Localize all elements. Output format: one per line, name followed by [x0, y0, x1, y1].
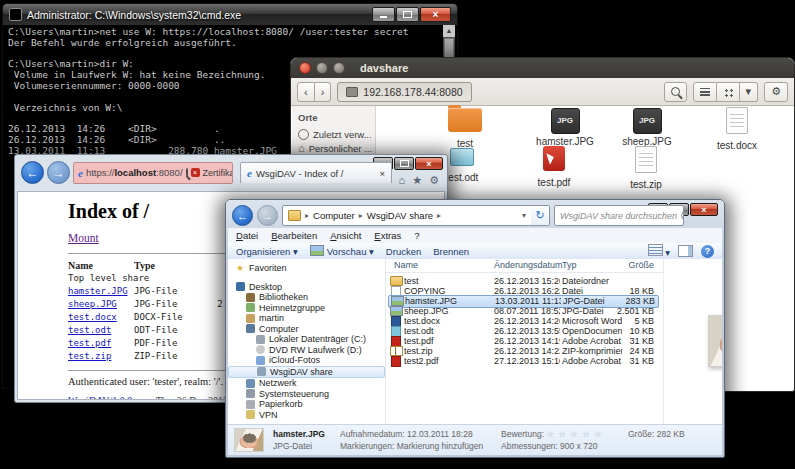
column-headers: Name Änderungsdatum Typ Größe — [386, 259, 663, 273]
nautilus-titlebar[interactable]: davshare — [291, 58, 794, 78]
tab-close-icon[interactable]: × — [379, 168, 385, 179]
sidebar-item-wsgidav-share[interactable]: WsgiDAV share — [228, 366, 385, 379]
preview-button[interactable]: Vorschau ▾ — [310, 245, 374, 257]
settings-gear-icon[interactable]: ⚙ — [429, 173, 439, 187]
address-bar[interactable]: e https://localhost:8080/ × Zertifikatfe… — [73, 162, 233, 184]
mount-link[interactable]: Mount — [68, 232, 99, 244]
sidebar-item-heimnetzgruppe[interactable]: Heimnetzgruppe — [228, 303, 385, 314]
maximize-button[interactable] — [333, 62, 345, 74]
sidebar-item-desktop[interactable]: Desktop — [228, 282, 385, 293]
column-header-name[interactable]: Name — [394, 260, 418, 270]
wsgidav-link[interactable]: WsgiDAV/1.0.0.pre — [68, 395, 148, 400]
back-button[interactable]: ← — [232, 205, 253, 226]
sidebar-item-papierkorb[interactable]: Papierkorb — [228, 399, 385, 410]
table-row-pdf[interactable]: test.pdf26.12.2013 14:19 Adobe Acrobat D… — [388, 336, 659, 347]
gear-button[interactable]: ⚙ — [764, 82, 788, 102]
nautilus-toolbar: ‹ › 192.168.178.44:8080 ▾ ⚙ — [291, 78, 794, 106]
search-button[interactable] — [664, 82, 687, 102]
minimize-button[interactable] — [316, 62, 328, 74]
search-icon[interactable] — [186, 168, 188, 177]
grid-view-button[interactable] — [717, 82, 740, 102]
location-button[interactable]: 192.168.178.44:8080 — [337, 82, 471, 102]
scroll-up-icon[interactable]: ▲ — [443, 25, 455, 37]
sidebar-item-home[interactable]: ⌂ Persönlicher ... — [298, 141, 375, 155]
details-rating[interactable]: Bewertung: ☆ ☆ ☆ ☆ ☆ — [501, 429, 619, 439]
browser-tab[interactable]: e WsgiDAV - Index of / × — [240, 162, 392, 183]
close-button[interactable]: × — [690, 203, 718, 216]
file-item-zip[interactable]: test.zip — [602, 146, 690, 190]
organize-button[interactable]: Organisieren ▾ — [236, 246, 298, 257]
back-button[interactable]: ← — [21, 161, 44, 184]
dropdown-icon[interactable]: ▾ — [522, 211, 526, 220]
table-row-test[interactable]: test26.12.2013 15:20 Dateiordner — [388, 276, 659, 287]
search-box[interactable]: WsgiDAV share durchsuchen — [554, 205, 684, 226]
menu-help[interactable]: ? — [414, 230, 419, 241]
menu-ansicht[interactable]: Ansicht — [330, 230, 361, 241]
minimize-button[interactable] — [372, 7, 395, 22]
table-row-docx[interactable]: test.docx26.12.2013 14:26 Microsoft Word… — [388, 316, 659, 327]
certificate-error-icon[interactable]: × — [191, 168, 200, 177]
details-tags[interactable]: Markierungen: Markierung hinzufügen — [340, 441, 492, 451]
preview-pane-icon[interactable] — [678, 245, 693, 257]
breadcrumb[interactable]: ▸ Computer ▸ WsgiDAV share ▸ ▾ — [282, 205, 532, 226]
sidebar-item-bibliotheken[interactable]: Bibliotheken — [228, 292, 385, 303]
menu-bearbeiten[interactable]: Bearbeiten — [271, 230, 317, 241]
back-button[interactable]: ‹ — [297, 82, 315, 102]
file-item-hamster[interactable]: JPG hamster.JPG — [521, 108, 609, 147]
control-panel-icon — [246, 389, 255, 398]
breadcrumb-wsgidav-share[interactable]: WsgiDAV share — [367, 210, 433, 221]
file-link[interactable]: test.zip — [68, 351, 111, 361]
close-button[interactable]: × — [415, 157, 443, 170]
burn-button[interactable]: Brennen — [433, 246, 469, 257]
cmd-titlebar[interactable]: Administrator: C:\Windows\system32\cmd.e… — [3, 4, 457, 25]
help-icon[interactable]: ? — [701, 245, 714, 258]
menu-datei[interactable]: Datei — [236, 230, 258, 241]
forward-button[interactable]: › — [315, 82, 332, 102]
table-row-sheep[interactable]: sheep.JPG08.07.2011 18:52 JPG-Datei2.501… — [388, 306, 659, 317]
views-button[interactable]: ▾ — [648, 244, 670, 258]
sidebar-item-recent[interactable]: Zuletzt verw... — [298, 127, 375, 141]
table-row-pdf2[interactable]: test2.pdf27.12.2013 15:10 Adobe Acrobat … — [388, 356, 659, 367]
breadcrumb-computer[interactable]: Computer — [313, 210, 355, 221]
certificate-error-text[interactable]: Zertifikatfe... — [203, 168, 233, 178]
file-item-test[interactable]: test — [421, 108, 509, 149]
sidebar-item-systemsteuerung[interactable]: Systemsteuerung — [228, 389, 385, 400]
maximize-button[interactable] — [394, 157, 414, 170]
forward-button[interactable]: → — [257, 205, 278, 226]
file-link[interactable]: sheep.JPG — [68, 299, 117, 309]
column-header-type[interactable]: Typ — [562, 260, 577, 270]
home-icon[interactable]: ⌂ — [399, 173, 406, 187]
table-row-zip[interactable]: test.zip26.12.2013 14:22 ZIP-komprimiert… — [388, 346, 659, 357]
list-view-button[interactable] — [693, 82, 717, 102]
refresh-button[interactable]: ↻ — [531, 205, 550, 226]
file-link[interactable]: hamster.JPG — [68, 286, 128, 296]
close-button[interactable] — [299, 62, 311, 74]
file-item-pdf[interactable]: test.pdf — [510, 146, 598, 188]
column-header-date[interactable]: Änderungsdatum — [494, 260, 563, 270]
file-item-docx[interactable]: test.docx — [693, 107, 781, 151]
column-header-size[interactable]: Größe — [606, 260, 654, 270]
print-button[interactable]: Drucken — [386, 246, 421, 257]
maximize-button[interactable] — [396, 7, 419, 22]
file-link[interactable]: test.pdf — [68, 338, 111, 348]
close-button[interactable]: × — [420, 7, 451, 22]
menu-extras[interactable]: Extras — [374, 230, 401, 241]
sidebar-item-vpn[interactable]: VPN — [228, 410, 385, 421]
sidebar-item-drive-c[interactable]: Lokaler Datenträger (C:) — [228, 334, 385, 345]
table-row-odt[interactable]: test.odt26.12.2013 13:55 OpenDocument T.… — [388, 326, 659, 337]
favorites-star-icon[interactable]: ★ — [412, 173, 422, 187]
sidebar-item-netzwerk[interactable]: Netzwerk — [228, 378, 385, 389]
jpg-file-icon: JPG — [633, 108, 662, 134]
rating-stars-icon: ☆ ☆ ☆ ☆ ☆ — [546, 429, 603, 439]
sidebar-item-martin[interactable]: martin — [228, 313, 385, 324]
picture-icon — [310, 245, 324, 256]
sidebar-item-icloud-fotos[interactable]: iCloud-Fotos — [228, 355, 385, 366]
forward-button[interactable]: → — [47, 161, 70, 184]
view-options-button[interactable]: ▾ — [740, 82, 759, 102]
file-item-sheep[interactable]: JPG sheep.JPG — [603, 108, 691, 147]
sidebar-item-dvd[interactable]: DVD RW Laufwerk (D:) — [228, 345, 385, 356]
sidebar-item-favoriten[interactable]: ★Favoriten — [228, 263, 385, 274]
file-link[interactable]: test.docx — [68, 312, 117, 322]
file-link[interactable]: test.odt — [68, 325, 111, 335]
sidebar-item-computer[interactable]: Computer — [228, 324, 385, 335]
